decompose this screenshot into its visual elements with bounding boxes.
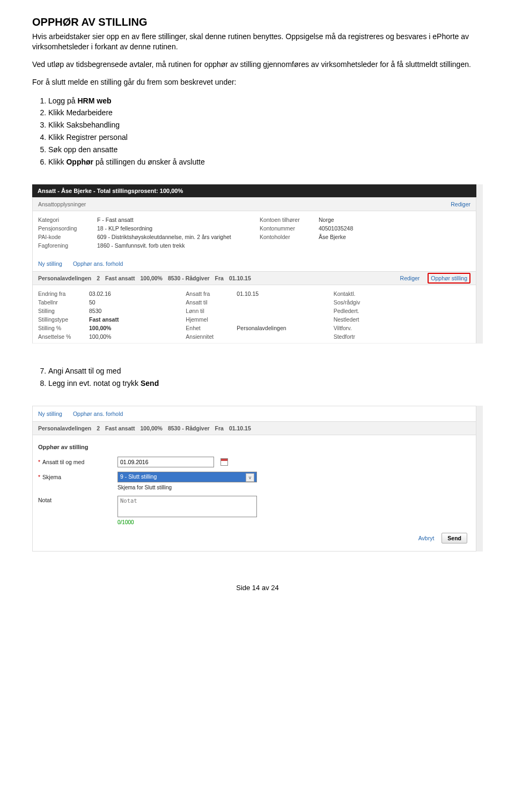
label-nestledert: Nestledert: [334, 316, 385, 323]
label-viltforv: Viltforv.: [334, 325, 385, 331]
label-stillingstype: Stillingstype: [38, 316, 89, 323]
page-title: OPPHØR AV STILLING: [32, 16, 483, 28]
label-ansettelse-prosent: Ansettelse %: [38, 333, 89, 340]
value-pensjon: 18 - KLP fellesordning: [97, 225, 249, 232]
employee-title-bar: Ansatt - Åse Bjerke - Total stillingspro…: [32, 184, 476, 197]
skjema-select[interactable]: 9 - Slutt stilling: [117, 472, 257, 482]
ansatt-til-og-med-input[interactable]: [117, 457, 214, 467]
value-ansatt-fra: 01.10.15: [237, 290, 322, 297]
label-pedledert: Pedledert.: [334, 308, 385, 314]
label-ansiennitet: Ansiennitet: [186, 333, 237, 340]
list-item: Logg på HRM web: [48, 95, 483, 107]
screenshot-2: Ny stilling Opphør ans. forhold Personal…: [32, 406, 483, 552]
skjema-subtext: Skjema for Slutt stilling: [117, 485, 470, 494]
label-fagforening: Fagforening: [38, 242, 97, 249]
form-title: Opphør av stilling: [38, 441, 470, 455]
list-item: Klikk Medarbeidere: [48, 107, 483, 119]
stilling-header: Personalavdelingen 2 Fast ansatt 100,00%…: [38, 275, 251, 281]
value-stillingstype: Fast ansatt: [89, 316, 175, 323]
notat-textarea[interactable]: [117, 496, 257, 517]
avbryt-link[interactable]: Avbryt: [418, 535, 435, 541]
label-kategori: Kategori: [38, 217, 97, 223]
label-kontonummer: Kontonummer: [260, 225, 319, 232]
steps-list: Logg på HRM web Klikk Medarbeidere Klikk…: [48, 95, 483, 168]
highlight-box: Opphør stilling: [428, 273, 470, 284]
value-lonn-til: [237, 308, 322, 314]
value-stilling: 8530: [89, 308, 175, 314]
page-footer: Side 14 av 24: [32, 584, 483, 592]
value-pai: 609 - Distriktshøyskoleutdannelse, min. …: [97, 234, 249, 240]
ny-stilling-link[interactable]: Ny stilling: [38, 260, 62, 267]
value-ansiennitet: [237, 333, 322, 340]
label-ansatt-fra: Ansatt fra: [186, 290, 237, 297]
label-hjemmel: Hjemmel: [186, 316, 237, 323]
steps-list-2: Angi Ansatt til og med Legg inn evt. not…: [48, 365, 483, 390]
label-konto-tilhorer: Kontoen tilhører: [260, 217, 319, 223]
list-item: Klikk Registrer personal: [48, 131, 483, 144]
value-ansettelse-prosent: 100,00%: [89, 333, 175, 340]
value-konto-tilhorer: Norge: [319, 217, 470, 223]
label-ansatt-til-og-med: Ansatt til og med: [42, 459, 84, 465]
stilling-header-2: Personalavdelingen 2 Fast ansatt 100,00%…: [38, 425, 251, 431]
value-kontoholder: Åse Bjerke: [319, 234, 470, 240]
rediger-link[interactable]: Rediger: [451, 201, 470, 207]
value-tabellnr: 50: [89, 299, 175, 306]
label-stedfortr: Stedfortr: [334, 333, 385, 340]
label-ansatt-til: Ansatt til: [186, 299, 237, 306]
list-item: Angi Ansatt til og med: [48, 365, 483, 377]
value-endring-fra: 03.02.16: [89, 290, 175, 297]
value-enhet: Personalavdelingen: [237, 325, 322, 331]
label-skjema: Skjema: [42, 474, 61, 480]
paragraph-1: Hvis arbeidstaker sier opp en av flere s…: [32, 32, 483, 52]
value-hjemmel: [237, 316, 322, 323]
label-notat: Notat: [38, 497, 52, 503]
value-ansatt-til: [237, 299, 322, 306]
value-kontonummer: 40501035248: [319, 225, 470, 232]
paragraph-2: Ved utløp av tidsbegrensede avtaler, må …: [32, 59, 483, 70]
list-item: Klikk Opphør på stillingen du ønsker å a…: [48, 156, 483, 168]
char-counter: 0/1000: [117, 519, 470, 525]
screenshot-1: Ansatt - Åse Bjerke - Total stillingspro…: [32, 184, 483, 344]
label-tabellnr: Tabellnr: [38, 299, 89, 306]
opphor-stilling-link[interactable]: Opphør stilling: [431, 275, 467, 281]
paragraph-3: For å slutt melde en stilling går du fre…: [32, 77, 483, 87]
calendar-icon[interactable]: [220, 458, 228, 466]
ny-stilling-link-2[interactable]: Ny stilling: [38, 411, 62, 417]
label-sosradgiv: Sos/rådgiv: [334, 299, 385, 306]
required-icon: *: [38, 474, 40, 480]
opphor-ans-forhold-link-2[interactable]: Opphør ans. forhold: [73, 411, 123, 417]
send-button[interactable]: Send: [442, 533, 467, 543]
value-stilling-prosent: 100,00%: [89, 325, 175, 331]
list-item: Søk opp den ansatte: [48, 144, 483, 156]
required-icon: *: [38, 459, 40, 465]
opphor-ans-forhold-link[interactable]: Opphør ans. forhold: [73, 260, 123, 267]
list-item: Klikk Saksbehandling: [48, 119, 483, 131]
label-pai: PAI-kode: [38, 234, 97, 240]
label-enhet: Enhet: [186, 325, 237, 331]
label-kontoholder: Kontoholder: [260, 234, 319, 240]
label-pensjon: Pensjonsording: [38, 225, 97, 232]
label-endring-fra: Endring fra: [38, 290, 89, 297]
label-stilling: Stilling: [38, 308, 89, 314]
value-kategori: F - Fast ansatt: [97, 217, 249, 223]
label-lonn-til: Lønn til: [186, 308, 237, 314]
label-stilling-prosent: Stilling %: [38, 325, 89, 331]
value-fagforening: 1860 - Samfunnsvit. forb uten trekk: [97, 242, 249, 249]
label-kontaktl: Kontaktl.: [334, 290, 385, 297]
list-item: Legg inn evt. notat og trykk Send: [48, 377, 483, 390]
rediger-stilling-link[interactable]: Rediger: [400, 275, 420, 281]
section-header-ansattopplysninger: Ansattopplysninger: [38, 201, 86, 207]
